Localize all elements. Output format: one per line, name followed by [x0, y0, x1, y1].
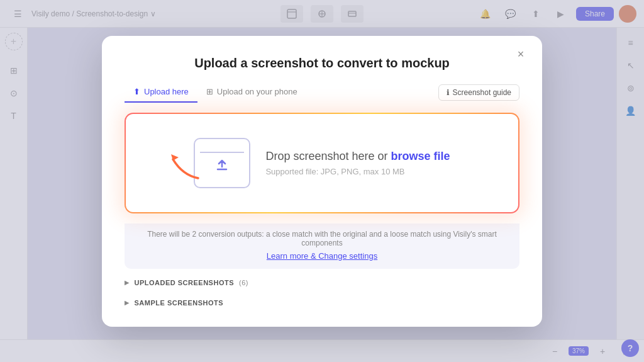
modal-title: Upload a screenshot to convert to mockup: [125, 56, 519, 71]
tab-upload-here[interactable]: ⬆ Upload here: [125, 83, 197, 103]
uploaded-screenshots-header[interactable]: ▶ UPLOADED SCREENSHOTS (6): [125, 276, 519, 289]
info-bar-text: There will be 2 conversion outputs: a cl…: [137, 230, 507, 247]
arrow-annotation: [164, 147, 208, 187]
uploaded-arrow-icon: ▶: [125, 280, 130, 286]
upload-here-icon: ⬆: [133, 87, 140, 96]
phone-icon: ⊞: [206, 87, 213, 96]
upload-modal: × Upload a screenshot to convert to mock…: [102, 36, 542, 327]
modal-close-button[interactable]: ×: [512, 46, 530, 64]
uploaded-count: (6): [239, 279, 248, 286]
learn-more-link[interactable]: Learn more & Change settings: [267, 251, 377, 261]
drop-text-area: Drop screenshot here or browse file Supp…: [265, 150, 450, 176]
sample-screenshots-section: ▶ SAMPLE SCREENSHOTS: [125, 297, 519, 309]
tabs-left: ⬆ Upload here ⊞ Upload on your phone: [125, 83, 306, 103]
sample-arrow-icon: ▶: [125, 300, 130, 306]
info-bar: There will be 2 conversion outputs: a cl…: [125, 223, 519, 269]
sample-screenshots-header[interactable]: ▶ SAMPLE SCREENSHOTS: [125, 297, 519, 309]
upload-arrow-icon: [211, 152, 233, 174]
screenshot-guide-button[interactable]: ℹ Screenshot guide: [438, 84, 519, 101]
uploaded-screenshots-section: ▶ UPLOADED SCREENSHOTS (6): [125, 276, 519, 289]
info-icon: ℹ: [447, 88, 450, 97]
modal-overlay: × Upload a screenshot to convert to mock…: [0, 0, 644, 362]
drop-sub-text: Supported file: JPG, PNG, max 10 MB: [265, 167, 450, 176]
tabs-row: ⬆ Upload here ⊞ Upload on your phone ℹ S…: [125, 83, 519, 103]
annotation-arrow-icon: [164, 147, 208, 184]
drop-zone[interactable]: Drop screenshot here or browse file Supp…: [125, 113, 519, 213]
tab-upload-phone[interactable]: ⊞ Upload on your phone: [197, 83, 306, 103]
drop-main-text: Drop screenshot here or browse file: [265, 150, 450, 163]
browse-file-link[interactable]: browse file: [391, 150, 450, 162]
